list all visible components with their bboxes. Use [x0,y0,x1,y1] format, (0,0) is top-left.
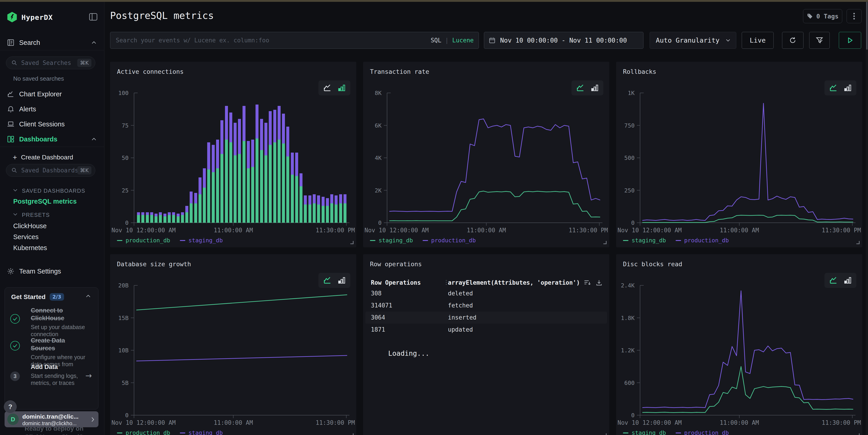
legend-label: staging_db [379,237,413,244]
language-lucene[interactable]: Lucene [452,37,474,44]
chevron-down-icon[interactable] [12,212,18,216]
user-account-chip[interactable]: D dominic.tran@clic... dominic.tran@clic… [5,411,98,427]
row-count: 314071 [371,300,392,311]
sidebar-item-label: Client Sessions [19,121,65,128]
panel-rollbacks: Rollbacks 02505007501KNov 10 12:00:00 AM… [616,62,862,247]
main-content: PostgreSQL metrics 0 Tags Search your ev… [104,2,866,435]
saved-dashboards-input[interactable]: Saved Dashboards ⌘K [6,164,95,177]
line-chart-toggle-icon[interactable] [323,276,332,284]
get-started-step-connect[interactable]: Connect to ClickHouse Set up your databa… [10,307,93,338]
presets-section-label: PRESETS [22,212,50,218]
table-row[interactable]: 1871updated [365,324,607,336]
legend-item[interactable]: production_db [676,237,729,244]
svg-text:500: 500 [624,155,634,161]
calendar-icon [489,37,496,44]
svg-text:11:00:00 AM: 11:00:00 AM [214,419,253,426]
legend-item[interactable]: production_db [117,430,170,435]
get-started-progress-badge: 2/3 [50,293,64,301]
svg-text:75: 75 [122,122,129,129]
create-dashboard-button[interactable]: + Create Dashboard [0,153,104,162]
language-sql[interactable]: SQL [431,37,441,44]
sidebar-item-clickhouse[interactable]: ClickHouse [13,222,47,230]
legend-label: staging_db [188,237,223,244]
sidebar-item-postgresql-metrics[interactable]: PostgreSQL metrics [13,198,76,205]
sidebar-item-services[interactable]: Services [13,233,38,241]
gear-icon [7,267,15,275]
line-chart-toggle-icon[interactable] [577,84,585,92]
live-button[interactable]: Live [742,32,774,49]
line-chart-toggle-icon[interactable] [830,84,838,92]
legend-item[interactable]: staging_db [180,430,223,435]
legend-swatch [423,240,428,241]
app-window: HyperDX Search Saved Searches ⌘K No save… [0,0,868,435]
collapse-sidebar-button[interactable] [89,13,98,21]
svg-text:11:00:00 AM: 11:00:00 AM [720,419,759,426]
sort-rows-icon[interactable] [584,279,591,286]
loading-indicator: Loading... [388,349,429,357]
get-started-card: Get Started 2/3 Connect to ClickHouse Se… [5,288,98,409]
sidebar-item-kubernetes[interactable]: Kubernetes [13,244,47,252]
panel-disc-blocks-read: Disc blocks read 06001.2K1.8K2.4KNov 10 … [616,254,862,435]
line-chart: 05B10B15B20BNov 10 12:00:00 AM11:00:00 A… [110,276,356,433]
legend-item[interactable]: staging_db [180,237,223,244]
panel-title: Database size growth [117,261,191,268]
legend-item[interactable]: staging_db [623,430,666,435]
panel-title: Rollbacks [623,68,656,75]
legend-item[interactable]: staging_db [370,237,413,244]
bar-chart-toggle-icon[interactable] [591,84,598,92]
legend-item[interactable]: staging_db [623,237,666,244]
panel-row-operations: Row operations Row Operations⋮arrayEleme… [363,254,609,435]
svg-text:1.8K: 1.8K [621,315,634,321]
tags-label: 0 Tags [816,13,839,20]
chart-canvas: 02K4K6K8KNov 10 12:00:00 AM11:00:00 AM11… [363,83,609,240]
chart-type-toggle [825,80,857,95]
scrollbar-thumb[interactable] [866,2,868,49]
table-row[interactable]: 314071fetched [365,300,607,311]
granularity-select[interactable]: Auto Granularity [650,32,736,49]
row-count: 308 [371,288,381,300]
help-button[interactable]: ? [4,400,17,413]
window-top-strip [0,0,868,2]
brand-name: HyperDX [22,13,53,22]
run-query-button[interactable] [839,32,861,49]
sidebar-item-search[interactable]: Search [0,37,104,48]
sidebar-item-client-sessions[interactable]: Client Sessions [0,119,104,129]
saved-searches-input[interactable]: Saved Searches ⌘K [6,57,95,69]
bar-chart-toggle-icon[interactable] [338,84,345,92]
line-chart-toggle-icon[interactable] [323,84,332,92]
sidebar-item-alerts[interactable]: Alerts [0,104,104,114]
chevron-down-icon[interactable] [12,188,18,192]
download-icon[interactable] [596,279,602,286]
bar-chart-toggle-icon[interactable] [338,276,345,284]
search-placeholder: Search your events w/ Lucene ex. column:… [116,37,269,44]
window-scrollbar[interactable] [866,2,868,435]
sidebar-item-team-settings[interactable]: Team Settings [0,266,104,276]
chart-explorer-icon [7,90,15,98]
chevron-up-icon[interactable] [85,294,91,298]
sidebar-item-label: Search [19,39,40,46]
line-chart-toggle-icon[interactable] [830,276,838,284]
get-started-step-add-data[interactable]: 3 Add Data Start sending logs, metrics, … [10,363,93,387]
dashboards-grid-icon [7,135,15,143]
tags-button[interactable]: 0 Tags [803,9,842,23]
legend-label: staging_db [631,237,666,244]
svg-text:15B: 15B [118,315,129,321]
sidebar-item-chart-explorer[interactable]: Chart Explorer [0,89,104,99]
bar-chart-toggle-icon[interactable] [844,84,851,92]
table-header: Row Operations⋮arrayElement(Attributes, … [371,278,602,288]
legend-item[interactable]: production_db [117,237,170,244]
legend-item[interactable]: production_db [423,237,476,244]
user-email: dominic.tran@clickho... [22,421,76,427]
table-row[interactable]: 3064inserted [365,311,607,324]
filter-button[interactable] [809,32,830,49]
svg-text:4K: 4K [375,155,381,161]
refresh-button[interactable] [782,32,804,49]
panel-menu-button[interactable] [846,9,862,23]
legend-item[interactable]: production_db [676,430,729,435]
table-row[interactable]: 308deleted [365,288,607,300]
event-search-input[interactable]: Search your events w/ Lucene ex. column:… [110,32,479,49]
bar-chart-toggle-icon[interactable] [844,276,851,284]
date-range-picker[interactable]: Nov 10 00:00:00 - Nov 11 00:00:00 [484,32,644,49]
table-column-row-operations: Row Operations [371,279,421,286]
sidebar-item-dashboards[interactable]: Dashboards [0,134,104,144]
